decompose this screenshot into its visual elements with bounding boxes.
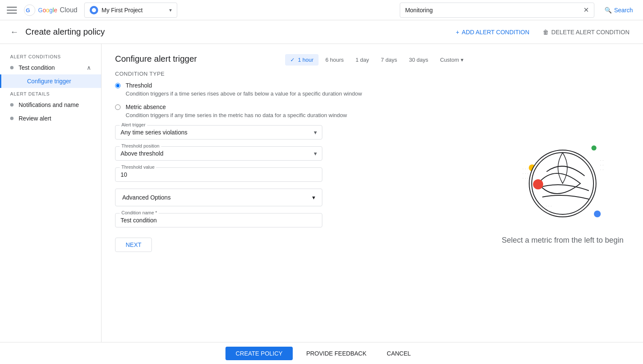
sidebar-collapse-icon[interactable]: ∧ xyxy=(87,64,91,71)
advanced-options-chevron: ▾ xyxy=(312,194,315,201)
content-area: ✓ 1 hour 6 hours 1 day 7 days 30 days xyxy=(102,44,482,342)
time-btn-6hours[interactable]: 6 hours xyxy=(320,54,349,66)
project-name: My First Project xyxy=(102,7,166,14)
sidebar-test-condition-label: Test condition xyxy=(19,64,55,71)
threshold-option[interactable]: Threshold Condition triggers if a time s… xyxy=(115,82,437,97)
sidebar-notifications-label: Notifications and name xyxy=(19,101,79,108)
threshold-value-label: Threshold value xyxy=(120,164,156,170)
time-btn-1hour[interactable]: ✓ 1 hour xyxy=(285,54,319,66)
threshold-position-label: Threshold position xyxy=(120,143,161,148)
dot-blue xyxy=(594,211,601,217)
time-6hours-label: 6 hours xyxy=(325,57,343,63)
project-icon xyxy=(90,6,98,14)
dot-green xyxy=(591,145,596,151)
threshold-value-input[interactable] xyxy=(121,171,317,178)
time-1hour-label: 1 hour xyxy=(298,57,313,63)
condition-name-input[interactable] xyxy=(121,217,317,224)
threshold-label: Threshold xyxy=(126,82,362,89)
project-selector[interactable]: My First Project ▾ xyxy=(84,3,177,18)
condition-type-label: Condition type xyxy=(115,71,437,77)
delete-icon: 🗑 xyxy=(543,29,549,36)
chart-area: ········· ······ ······ Select a metric … xyxy=(482,44,643,342)
next-button[interactable]: NEXT xyxy=(115,238,152,252)
page-wrapper: G Google Cloud My First Project ▾ ✕ 🔍 Se… xyxy=(0,0,643,364)
dot-red xyxy=(533,179,543,189)
threshold-value-field: Threshold value xyxy=(115,167,322,182)
google-cloud-logo-icon: G xyxy=(24,4,36,16)
svg-text:G: G xyxy=(26,7,30,14)
condition-name-field: Condition name * xyxy=(115,213,322,227)
advanced-options-header[interactable]: Advanced Options ▾ xyxy=(115,189,322,206)
metric-absence-option[interactable]: Metric absence Condition triggers if any… xyxy=(115,104,437,118)
advanced-options-section: Advanced Options ▾ xyxy=(115,189,322,206)
search-bar: ✕ xyxy=(400,3,594,18)
metric-absence-radio[interactable] xyxy=(115,104,121,110)
sidebar-item-notifications[interactable]: Notifications and name xyxy=(0,98,101,112)
advanced-options-label: Advanced Options xyxy=(122,194,170,201)
dots-pattern-left: ········· xyxy=(522,167,530,181)
sidebar-dot-notifications xyxy=(10,103,14,107)
threshold-radio[interactable] xyxy=(115,83,121,88)
threshold-position-field: Threshold position Above threshold Below… xyxy=(115,146,322,161)
condition-name-label: Condition name * xyxy=(120,210,159,215)
provide-feedback-button[interactable]: PROVIDE FEEDBACK xyxy=(300,347,373,360)
sidebar-dot xyxy=(10,66,14,69)
cloud-text: Cloud xyxy=(60,6,77,14)
search-button[interactable]: 🔍 Search xyxy=(601,7,636,14)
alert-trigger-field: Alert trigger Any time series violations… xyxy=(115,125,322,140)
alert-details-section-label: ALERT DETAILS xyxy=(0,88,101,98)
bottom-bar: CREATE POLICY PROVIDE FEEDBACK CANCEL xyxy=(0,342,643,364)
time-btn-1day[interactable]: 1 day xyxy=(351,54,374,66)
page-title: Create alerting policy xyxy=(25,27,105,37)
time-custom-label: Custom xyxy=(440,57,459,63)
search-clear-icon[interactable]: ✕ xyxy=(583,6,589,14)
alert-trigger-label: Alert trigger xyxy=(120,122,147,127)
time-btn-30days[interactable]: 30 days xyxy=(404,54,434,66)
alert-trigger-select[interactable]: Any time series violations All time seri… xyxy=(121,129,317,136)
time-custom-button[interactable]: Custom ▾ xyxy=(435,54,469,66)
dots-pattern-bottom: ······ xyxy=(546,204,553,213)
delete-condition-label: DELETE ALERT CONDITION xyxy=(551,29,629,36)
sidebar-dot-configure xyxy=(19,79,22,83)
time-range-bar: ✓ 1 hour 6 hours 1 day 7 days 30 days xyxy=(285,54,469,66)
sidebar-item-review-alert[interactable]: Review alert xyxy=(0,112,101,125)
sub-header: ← Create alerting policy + ADD ALERT CON… xyxy=(0,20,643,44)
search-icon: 🔍 xyxy=(605,7,612,14)
cancel-button[interactable]: CANCEL xyxy=(380,347,418,360)
sidebar: ALERT CONDITIONS Test condition ∧ Config… xyxy=(0,44,102,342)
time-1day-label: 1 day xyxy=(356,57,369,63)
hamburger-menu[interactable] xyxy=(7,5,17,15)
google-text: Google xyxy=(38,7,57,14)
metric-absence-desc: Condition triggers if any time series in… xyxy=(126,112,347,118)
globe-illustration: ········· ······ ······ xyxy=(520,141,605,226)
add-condition-button[interactable]: + ADD ALERT CONDITION xyxy=(452,25,533,39)
search-input[interactable] xyxy=(405,7,580,14)
select-metric-text: Select a metric from the left to begin xyxy=(502,236,624,245)
threshold-position-select[interactable]: Above threshold Below threshold xyxy=(121,150,317,157)
body-wrapper: ALERT CONDITIONS Test condition ∧ Config… xyxy=(0,44,643,342)
search-label: Search xyxy=(614,7,633,14)
metric-absence-label: Metric absence xyxy=(126,104,347,110)
back-button[interactable]: ← xyxy=(10,27,19,37)
time-7days-label: 7 days xyxy=(381,57,397,63)
google-cloud-logo: G Google Cloud xyxy=(24,4,77,16)
configure-trigger-section: Configure alert trigger Condition type T… xyxy=(115,54,437,252)
sidebar-item-test-condition[interactable]: Test condition ∧ xyxy=(0,61,101,74)
alert-conditions-section-label: ALERT CONDITIONS xyxy=(0,51,101,61)
check-icon: ✓ xyxy=(290,57,295,63)
threshold-desc: Condition triggers if a time series rise… xyxy=(126,90,362,97)
sidebar-dot-review xyxy=(10,117,14,120)
sidebar-configure-trigger-label: Configure trigger xyxy=(27,78,71,85)
main-content: ✓ 1 hour 6 hours 1 day 7 days 30 days xyxy=(102,44,643,342)
add-icon: + xyxy=(456,29,459,36)
delete-condition-button[interactable]: 🗑 DELETE ALERT CONDITION xyxy=(539,25,633,39)
add-condition-label: ADD ALERT CONDITION xyxy=(462,29,530,36)
top-nav: G Google Cloud My First Project ▾ ✕ 🔍 Se… xyxy=(0,0,643,20)
custom-dropdown-icon: ▾ xyxy=(461,57,464,63)
project-dropdown-arrow: ▾ xyxy=(169,7,172,13)
time-btn-7days[interactable]: 7 days xyxy=(376,54,402,66)
create-policy-button[interactable]: CREATE POLICY xyxy=(225,347,293,360)
sidebar-review-alert-label: Review alert xyxy=(19,115,51,122)
dots-pattern-right: ······ xyxy=(600,158,605,172)
sidebar-item-configure-trigger[interactable]: Configure trigger xyxy=(0,74,101,88)
